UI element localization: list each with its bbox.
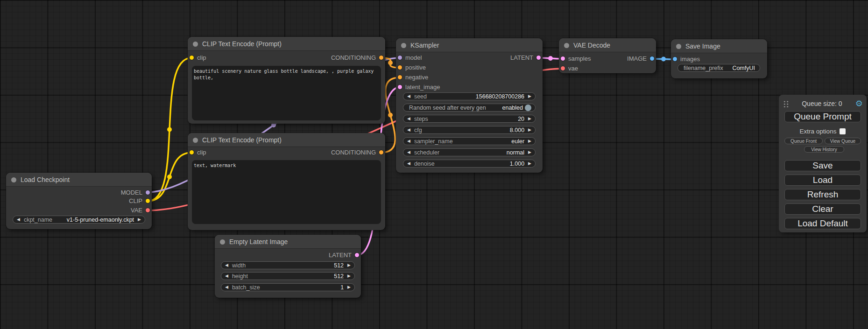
random-seed-toggle-widget[interactable]: Random seed after every gen enabled (403, 104, 536, 112)
filename-prefix-widget[interactable]: filename_prefix ComfyUI (677, 64, 760, 72)
node-collapse-dot[interactable] (676, 44, 681, 49)
node-title-bar[interactable]: VAE Decode (559, 38, 656, 52)
stepper-right-icon[interactable]: ▶ (528, 128, 531, 132)
stepper-left-icon[interactable]: ◀ (225, 274, 228, 278)
model-input-dot[interactable] (398, 56, 402, 60)
stepper-left-icon[interactable]: ◀ (407, 128, 410, 132)
stepper-left-icon[interactable]: ◀ (407, 117, 410, 121)
stepper-left-icon[interactable]: ◀ (407, 94, 410, 98)
seed-widget[interactable]: ◀ seed 156680208700286 ▶ (403, 92, 536, 100)
steps-widget[interactable]: ◀ steps 20 ▶ (403, 115, 536, 123)
sampler-name-widget[interactable]: ◀ sampler_name euler ▶ (403, 137, 536, 145)
node-collapse-dot[interactable] (564, 43, 569, 48)
input-slot-vae[interactable]: vae (561, 64, 578, 72)
input-slot-clip[interactable]: clip (190, 54, 206, 62)
samples-input-dot[interactable] (561, 56, 565, 61)
stepper-left-icon[interactable]: ◀ (407, 139, 410, 143)
negative-prompt-textarea[interactable]: text, watermark (192, 160, 381, 224)
node-collapse-dot[interactable] (193, 42, 198, 47)
stepper-right-icon[interactable]: ▶ (528, 117, 531, 121)
stepper-left-icon[interactable]: ◀ (407, 150, 410, 154)
graph-canvas[interactable]: Load Checkpoint MODEL CLIP VAE ◀ ckpt_na… (0, 0, 868, 329)
output-slot-latent[interactable]: LATENT (329, 251, 359, 259)
denoise-widget[interactable]: ◀ denoise 1.000 ▶ (403, 160, 536, 168)
vae-output-dot[interactable] (146, 208, 150, 212)
stepper-left-icon[interactable]: ◀ (407, 161, 410, 166)
output-slot-model[interactable]: MODEL (121, 189, 150, 196)
output-slot-vae[interactable]: VAE (131, 206, 150, 214)
input-slot-negative[interactable]: negative (398, 73, 428, 81)
node-empty-latent-image[interactable]: Empty Latent Image LATENT ◀ width 512 ▶ … (215, 235, 361, 298)
input-slot-images[interactable]: images (673, 55, 700, 63)
node-title-bar[interactable]: Save Image (671, 39, 767, 53)
stepper-right-icon[interactable]: ▶ (347, 263, 351, 267)
scheduler-widget[interactable]: ◀ scheduler normal ▶ (403, 148, 536, 156)
input-slot-samples[interactable]: samples (561, 55, 591, 63)
settings-gear-icon[interactable]: ⚙ (855, 99, 863, 108)
refresh-button[interactable]: Refresh (784, 189, 861, 200)
latent-output-dot[interactable] (355, 253, 359, 257)
node-title-bar[interactable]: CLIP Text Encode (Prompt) (188, 133, 385, 147)
toggle-circle-icon[interactable] (525, 105, 531, 111)
model-output-dot[interactable] (146, 190, 150, 195)
view-queue-button[interactable]: View Queue (825, 138, 861, 144)
clip-input-dot[interactable] (190, 56, 194, 60)
vae-input-dot[interactable] (561, 66, 565, 70)
stepper-left-icon[interactable]: ◀ (225, 285, 228, 289)
height-widget[interactable]: ◀ height 512 ▶ (221, 272, 355, 280)
node-vae-decode[interactable]: VAE Decode samples vae IMAGE (559, 38, 656, 73)
stepper-right-icon[interactable]: ▶ (528, 94, 531, 98)
save-button[interactable]: Save (784, 160, 861, 171)
output-slot-conditioning[interactable]: CONDITIONING (331, 54, 383, 62)
node-title-bar[interactable]: KSampler (396, 38, 543, 52)
node-save-image[interactable]: Save Image images filename_prefix ComfyU… (671, 39, 767, 78)
clip-output-dot[interactable] (146, 199, 150, 203)
output-slot-latent[interactable]: LATENT (510, 54, 541, 62)
cfg-widget[interactable]: ◀ cfg 8.000 ▶ (403, 126, 536, 134)
node-collapse-dot[interactable] (193, 138, 198, 143)
image-output-dot[interactable] (650, 56, 654, 61)
node-title-bar[interactable]: Load Checkpoint (6, 173, 152, 187)
negative-input-dot[interactable] (398, 75, 402, 79)
output-slot-clip[interactable]: CLIP (129, 197, 150, 205)
load-button[interactable]: Load (784, 175, 861, 186)
stepper-right-icon[interactable]: ▶ (528, 161, 531, 166)
conditioning-output-dot[interactable] (379, 150, 383, 154)
latent-image-input-dot[interactable] (398, 85, 402, 89)
latent-output-dot[interactable] (536, 56, 541, 60)
clear-button[interactable]: Clear (784, 203, 861, 215)
stepper-right-icon[interactable]: ▶ (138, 217, 141, 222)
node-load-checkpoint[interactable]: Load Checkpoint MODEL CLIP VAE ◀ ckpt_na… (6, 173, 152, 229)
stepper-left-icon[interactable]: ◀ (17, 217, 20, 222)
node-clip-text-encode-negative[interactable]: CLIP Text Encode (Prompt) clip CONDITION… (188, 133, 385, 230)
images-input-dot[interactable] (673, 57, 677, 61)
node-collapse-dot[interactable] (401, 43, 406, 48)
input-slot-model[interactable]: model (398, 54, 422, 62)
stepper-left-icon[interactable]: ◀ (225, 263, 228, 267)
stepper-right-icon[interactable]: ▶ (347, 274, 351, 278)
stepper-right-icon[interactable]: ▶ (347, 285, 351, 289)
clip-input-dot[interactable] (190, 150, 194, 154)
stepper-right-icon[interactable]: ▶ (528, 150, 531, 154)
node-collapse-dot[interactable] (220, 239, 225, 245)
node-clip-text-encode-positive[interactable]: CLIP Text Encode (Prompt) clip CONDITION… (188, 37, 385, 124)
node-title-bar[interactable]: CLIP Text Encode (Prompt) (188, 37, 385, 51)
node-title-bar[interactable]: Empty Latent Image (215, 235, 361, 249)
conditioning-output-dot[interactable] (379, 56, 383, 60)
node-ksampler[interactable]: KSampler model positive negative latent_… (396, 38, 543, 173)
drag-handle-icon[interactable] (783, 100, 789, 107)
node-collapse-dot[interactable] (11, 177, 16, 182)
extra-options-checkbox[interactable] (840, 128, 846, 134)
positive-prompt-textarea[interactable]: beautiful scenery nature glass bottle la… (192, 66, 381, 120)
output-slot-image[interactable]: IMAGE (627, 55, 654, 63)
input-slot-clip[interactable]: clip (190, 148, 206, 156)
queue-prompt-button[interactable]: Queue Prompt (784, 111, 861, 122)
ckpt-name-widget[interactable]: ◀ ckpt_name v1-5-pruned-emaonly.ckpt ▶ (13, 216, 145, 224)
input-slot-positive[interactable]: positive (398, 63, 426, 71)
width-widget[interactable]: ◀ width 512 ▶ (221, 261, 355, 269)
batch-size-widget[interactable]: ◀ batch_size 1 ▶ (221, 283, 355, 291)
output-slot-conditioning[interactable]: CONDITIONING (331, 148, 383, 156)
queue-menu-panel[interactable]: Queue size: 0 ⚙ Queue Prompt Extra optio… (779, 95, 867, 232)
queue-front-button[interactable]: Queue Front (784, 138, 823, 144)
load-default-button[interactable]: Load Default (784, 218, 861, 229)
